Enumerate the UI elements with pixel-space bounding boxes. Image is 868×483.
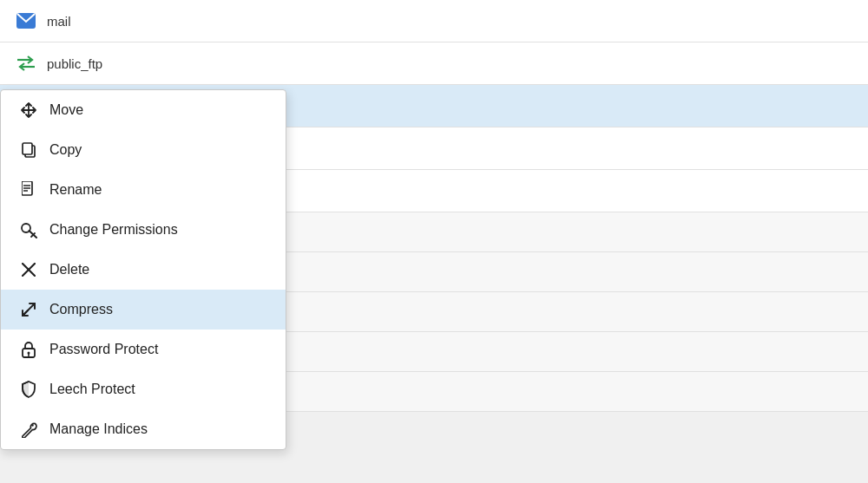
menu-item-permissions-label: Change Permissions bbox=[49, 222, 178, 238]
menu-item-rename-label: Rename bbox=[49, 182, 102, 198]
file-row-mail[interactable]: mail bbox=[0, 0, 868, 42]
file-row-ftp-label: public_ftp bbox=[47, 56, 102, 71]
menu-item-manage-indices[interactable]: Manage Indices bbox=[1, 409, 286, 449]
menu-item-rename[interactable]: Rename bbox=[1, 170, 286, 210]
lock-icon bbox=[18, 341, 39, 358]
menu-item-compress[interactable]: Compress bbox=[1, 290, 286, 330]
file-row-mail-label: mail bbox=[47, 14, 71, 29]
menu-item-compress-label: Compress bbox=[49, 302, 113, 317]
menu-item-manage-indices-label: Manage Indices bbox=[49, 421, 148, 437]
menu-item-password-protect[interactable]: Password Protect bbox=[1, 330, 286, 369]
menu-item-change-permissions[interactable]: Change Permissions bbox=[1, 210, 286, 250]
mail-icon bbox=[14, 9, 38, 33]
wrench-icon bbox=[18, 421, 39, 438]
menu-item-copy[interactable]: Copy bbox=[1, 130, 286, 170]
context-menu: Move Copy Rename bbox=[0, 89, 286, 450]
menu-item-leech-protect[interactable]: Leech Protect bbox=[1, 369, 286, 409]
shield-icon bbox=[18, 381, 39, 398]
svg-rect-12 bbox=[23, 143, 32, 154]
menu-item-delete-label: Delete bbox=[49, 262, 89, 277]
compress-icon bbox=[18, 302, 39, 317]
menu-item-copy-label: Copy bbox=[49, 142, 82, 158]
menu-item-move-label: Move bbox=[49, 102, 83, 118]
ftp-icon bbox=[14, 51, 38, 75]
delete-icon bbox=[18, 263, 39, 277]
svg-line-24 bbox=[31, 235, 33, 237]
svg-point-36 bbox=[31, 424, 33, 426]
menu-item-delete[interactable]: Delete bbox=[1, 250, 286, 290]
move-icon bbox=[18, 102, 39, 118]
menu-item-leech-protect-label: Leech Protect bbox=[49, 382, 135, 397]
key-icon bbox=[18, 221, 39, 238]
file-row-public-ftp[interactable]: public_ftp bbox=[0, 42, 868, 85]
rename-icon bbox=[18, 181, 39, 199]
copy-icon bbox=[18, 142, 39, 159]
menu-item-password-protect-label: Password Protect bbox=[49, 342, 158, 357]
menu-item-move[interactable]: Move bbox=[1, 90, 286, 130]
